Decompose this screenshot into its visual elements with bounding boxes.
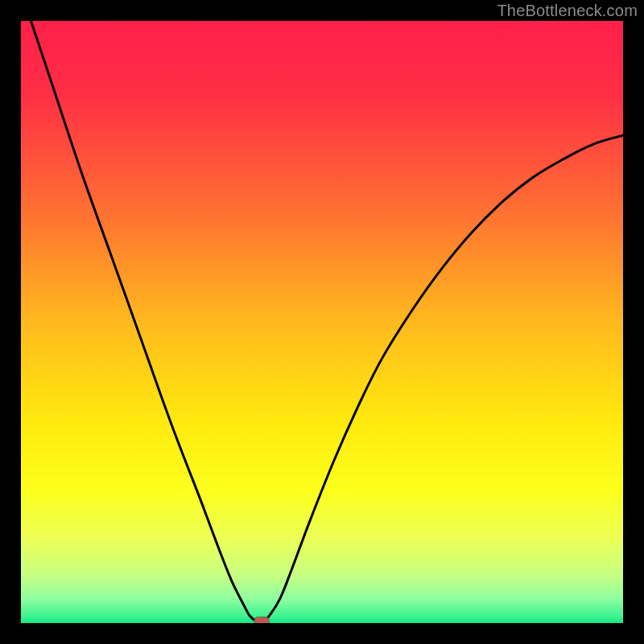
plot-area — [21, 21, 623, 623]
gradient-background — [21, 21, 623, 623]
optimal-marker — [254, 617, 269, 623]
plot-svg — [21, 21, 623, 623]
chart-frame: TheBottleneck.com — [0, 0, 644, 644]
watermark-label: TheBottleneck.com — [497, 2, 638, 20]
